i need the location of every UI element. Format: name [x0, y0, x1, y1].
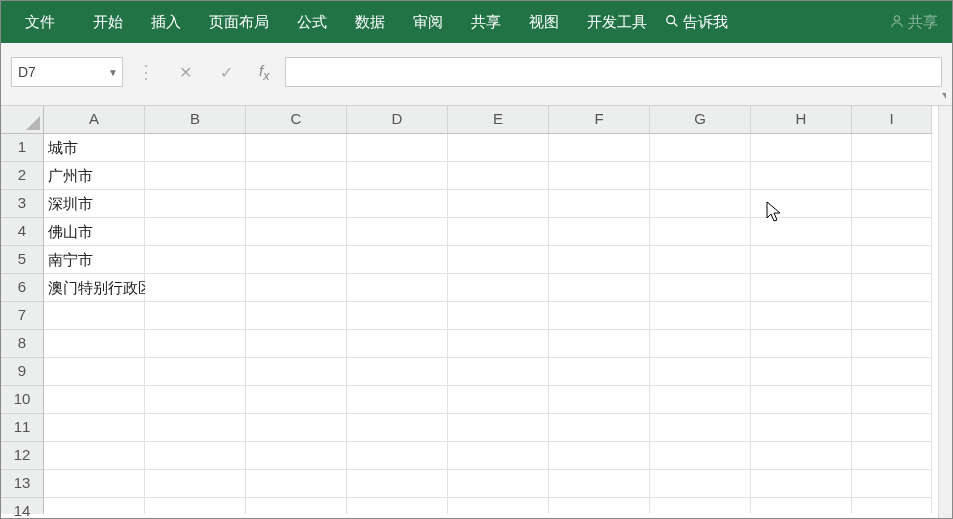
cell[interactable] — [347, 190, 448, 218]
cell[interactable] — [751, 246, 852, 274]
cell[interactable] — [852, 414, 932, 442]
cell[interactable] — [44, 330, 145, 358]
cell[interactable] — [549, 134, 650, 162]
accept-formula-button[interactable]: ✓ — [210, 63, 243, 82]
cell[interactable] — [549, 218, 650, 246]
cell[interactable] — [145, 470, 246, 498]
cell[interactable]: 佛山市 — [44, 218, 145, 246]
tab-data[interactable]: 数据 — [341, 3, 399, 42]
cell[interactable] — [852, 246, 932, 274]
cell[interactable]: 南宁市 — [44, 246, 145, 274]
column-header[interactable]: C — [246, 106, 347, 134]
cell[interactable] — [549, 246, 650, 274]
cell[interactable] — [44, 442, 145, 470]
cell[interactable] — [751, 442, 852, 470]
cell[interactable] — [246, 414, 347, 442]
cell[interactable] — [751, 162, 852, 190]
cell[interactable] — [347, 274, 448, 302]
cell[interactable] — [549, 190, 650, 218]
cell[interactable] — [448, 190, 549, 218]
row-header[interactable]: 7 — [1, 302, 44, 330]
cell[interactable] — [751, 274, 852, 302]
cell[interactable] — [448, 414, 549, 442]
name-box[interactable]: D7 ▼ — [11, 57, 123, 87]
tab-insert[interactable]: 插入 — [137, 3, 195, 42]
cell[interactable] — [852, 134, 932, 162]
cell[interactable] — [852, 190, 932, 218]
cell[interactable] — [549, 274, 650, 302]
tab-home[interactable]: 开始 — [79, 3, 137, 42]
cancel-formula-button[interactable]: ✕ — [169, 63, 202, 82]
cell[interactable] — [347, 302, 448, 330]
cell[interactable] — [650, 134, 751, 162]
cell[interactable]: 城市 — [44, 134, 145, 162]
cell[interactable] — [44, 358, 145, 386]
cell[interactable] — [751, 386, 852, 414]
tab-page-layout[interactable]: 页面布局 — [195, 3, 283, 42]
row-header[interactable]: 9 — [1, 358, 44, 386]
column-header[interactable]: A — [44, 106, 145, 134]
cell[interactable] — [246, 386, 347, 414]
cell[interactable] — [246, 134, 347, 162]
cell[interactable] — [751, 330, 852, 358]
column-header[interactable]: H — [751, 106, 852, 134]
cell[interactable] — [549, 302, 650, 330]
cell[interactable] — [44, 414, 145, 442]
cell[interactable] — [549, 386, 650, 414]
cell[interactable] — [549, 498, 650, 514]
cell[interactable] — [650, 358, 751, 386]
row-header[interactable]: 8 — [1, 330, 44, 358]
cell[interactable] — [347, 330, 448, 358]
row-header[interactable]: 4 — [1, 218, 44, 246]
row-header[interactable]: 3 — [1, 190, 44, 218]
column-header[interactable]: E — [448, 106, 549, 134]
cell[interactable] — [549, 162, 650, 190]
cell[interactable] — [751, 190, 852, 218]
cell[interactable] — [448, 134, 549, 162]
formula-input[interactable] — [285, 57, 942, 87]
cell[interactable] — [44, 386, 145, 414]
cell[interactable] — [448, 330, 549, 358]
cell[interactable] — [852, 470, 932, 498]
cell[interactable]: 深圳市 — [44, 190, 145, 218]
cell[interactable] — [448, 442, 549, 470]
cell[interactable] — [145, 246, 246, 274]
cell[interactable] — [246, 162, 347, 190]
row-header[interactable]: 13 — [1, 470, 44, 498]
cell[interactable] — [751, 470, 852, 498]
cell[interactable] — [751, 302, 852, 330]
cell[interactable] — [448, 498, 549, 514]
cell[interactable] — [44, 302, 145, 330]
cell[interactable] — [650, 274, 751, 302]
cell[interactable] — [246, 302, 347, 330]
cell[interactable] — [448, 162, 549, 190]
cell[interactable] — [145, 134, 246, 162]
cell[interactable] — [347, 218, 448, 246]
fx-icon[interactable]: fx — [251, 62, 277, 83]
cell[interactable] — [751, 414, 852, 442]
column-header[interactable]: F — [549, 106, 650, 134]
tab-developer[interactable]: 开发工具 — [573, 3, 661, 42]
column-header[interactable]: B — [145, 106, 246, 134]
cell[interactable]: 澳门特别行政区 — [44, 274, 145, 302]
cell[interactable] — [650, 246, 751, 274]
vertical-scrollbar[interactable] — [938, 106, 952, 519]
cell[interactable] — [852, 442, 932, 470]
cell[interactable] — [852, 218, 932, 246]
cell[interactable] — [852, 358, 932, 386]
cell[interactable] — [145, 218, 246, 246]
cell[interactable] — [246, 330, 347, 358]
row-header[interactable]: 6 — [1, 274, 44, 302]
cell[interactable] — [751, 358, 852, 386]
cell[interactable] — [852, 274, 932, 302]
cell[interactable] — [751, 218, 852, 246]
cell[interactable] — [246, 246, 347, 274]
cell[interactable] — [44, 498, 145, 514]
row-header[interactable]: 2 — [1, 162, 44, 190]
column-header[interactable]: G — [650, 106, 751, 134]
cell[interactable] — [650, 498, 751, 514]
cell[interactable] — [650, 330, 751, 358]
cell[interactable] — [246, 470, 347, 498]
cell[interactable] — [852, 330, 932, 358]
cell[interactable] — [347, 386, 448, 414]
